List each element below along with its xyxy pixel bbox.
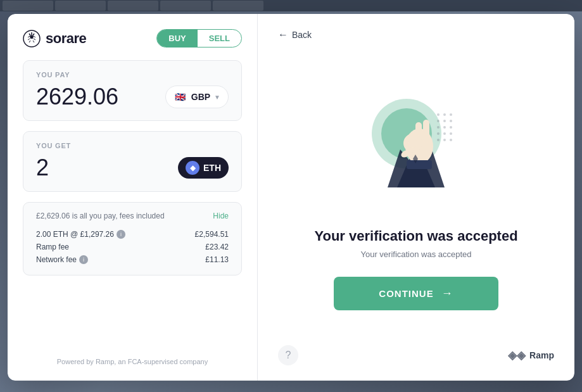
svg-point-8 — [443, 120, 446, 122]
hide-fees-button[interactable]: Hide — [213, 212, 229, 220]
svg-point-10 — [437, 126, 440, 129]
help-icon[interactable]: ? — [278, 345, 298, 365]
you-get-section: YOU GET 2 ◆ ETH — [23, 131, 242, 192]
svg-point-14 — [443, 132, 446, 135]
left-panel: sorare BUY SELL YOU PAY 2629.06 🇬🇧 GBP ▼ — [8, 14, 258, 381]
continue-label: CONTINUE — [379, 288, 433, 299]
right-footer: ? ◈◈ Ramp — [278, 345, 554, 365]
fee-eth-label: 2.00 ETH @ £1,297.26 i — [36, 230, 125, 239]
svg-point-7 — [437, 120, 440, 122]
back-button[interactable]: ← Back — [278, 29, 554, 41]
sorare-logo: sorare — [23, 30, 86, 47]
buy-sell-toggle: BUY SELL — [156, 29, 242, 47]
sorare-ball-icon — [23, 30, 41, 47]
you-pay-amount: 2629.06 — [36, 84, 118, 110]
svg-point-18 — [450, 139, 452, 141]
fee-row-eth: 2.00 ETH @ £1,297.26 i £2,594.51 — [36, 228, 229, 241]
verification-content: Your verification was accepted Your veri… — [278, 51, 554, 345]
ramp-logo: ◈◈ Ramp — [508, 348, 554, 362]
you-pay-section: YOU PAY 2629.06 🇬🇧 GBP ▼ — [23, 60, 242, 121]
fee-summary-text: £2,629.06 is all you pay, fees included — [36, 212, 165, 220]
svg-point-15 — [450, 132, 452, 135]
svg-point-13 — [437, 132, 440, 135]
eth-rate-info-icon[interactable]: i — [117, 230, 125, 239]
svg-rect-27 — [407, 160, 432, 169]
sell-button[interactable]: SELL — [198, 30, 241, 47]
chevron-down-icon: ▼ — [214, 94, 220, 101]
eth-amount: 2 — [36, 155, 49, 181]
svg-point-17 — [443, 139, 446, 141]
sorare-brand-name: sorare — [46, 30, 86, 47]
verification-title: Your verification was accepted — [314, 228, 517, 244]
svg-point-9 — [450, 120, 452, 122]
svg-point-6 — [450, 113, 452, 116]
fee-header: £2,629.06 is all you pay, fees included … — [36, 212, 229, 220]
svg-point-4 — [437, 113, 440, 116]
you-pay-amount-row: 2629.06 🇬🇧 GBP ▼ — [36, 84, 229, 110]
powered-by: Powered by Ramp, an FCA-supervised compa… — [23, 358, 242, 365]
background: sorare BUY SELL YOU PAY 2629.06 🇬🇧 GBP ▼ — [0, 0, 582, 392]
fee-row-ramp: Ramp fee £23.42 — [36, 241, 229, 253]
currency-selector[interactable]: 🇬🇧 GBP ▼ — [165, 85, 229, 108]
svg-point-5 — [443, 113, 446, 116]
continue-button[interactable]: CONTINUE → — [334, 277, 498, 310]
fee-eth-amount: £2,594.51 — [195, 230, 229, 239]
modal-container: sorare BUY SELL YOU PAY 2629.06 🇬🇧 GBP ▼ — [8, 14, 574, 381]
eth-icon: ◆ — [186, 161, 199, 175]
eth-badge: ◆ ETH — [178, 157, 229, 179]
continue-arrow-icon: → — [441, 287, 453, 300]
verification-illustration — [353, 86, 479, 213]
you-get-amount-row: 2 ◆ ETH — [36, 155, 229, 181]
svg-point-12 — [450, 126, 452, 129]
network-fee-info-icon[interactable]: i — [79, 255, 88, 264]
right-panel: ← Back — [258, 14, 574, 381]
you-get-label: YOU GET — [36, 142, 229, 149]
network-fee-label: Network fee i — [36, 255, 88, 264]
buy-button[interactable]: BUY — [157, 30, 197, 47]
svg-rect-25 — [423, 122, 429, 142]
sorare-header: sorare BUY SELL — [23, 29, 242, 47]
verification-subtitle: Your verification was accepted — [360, 250, 471, 259]
fee-row-network: Network fee i £11.13 — [36, 253, 229, 266]
you-pay-label: YOU PAY — [36, 71, 229, 79]
ramp-fee-label: Ramp fee — [36, 243, 69, 251]
svg-point-11 — [443, 126, 446, 129]
network-fee-amount: £11.13 — [205, 255, 229, 264]
svg-point-16 — [437, 139, 440, 141]
currency-code: GBP — [191, 92, 210, 102]
gbp-flag-icon: 🇬🇧 — [174, 90, 187, 104]
fee-section: £2,629.06 is all you pay, fees included … — [23, 202, 242, 275]
ramp-diamond-icon: ◈◈ — [508, 348, 526, 362]
back-arrow-icon: ← — [278, 29, 288, 41]
ramp-brand-name: Ramp — [529, 350, 554, 360]
ramp-fee-amount: £23.42 — [205, 243, 229, 251]
eth-label: ETH — [203, 163, 221, 173]
back-label: Back — [292, 30, 312, 40]
